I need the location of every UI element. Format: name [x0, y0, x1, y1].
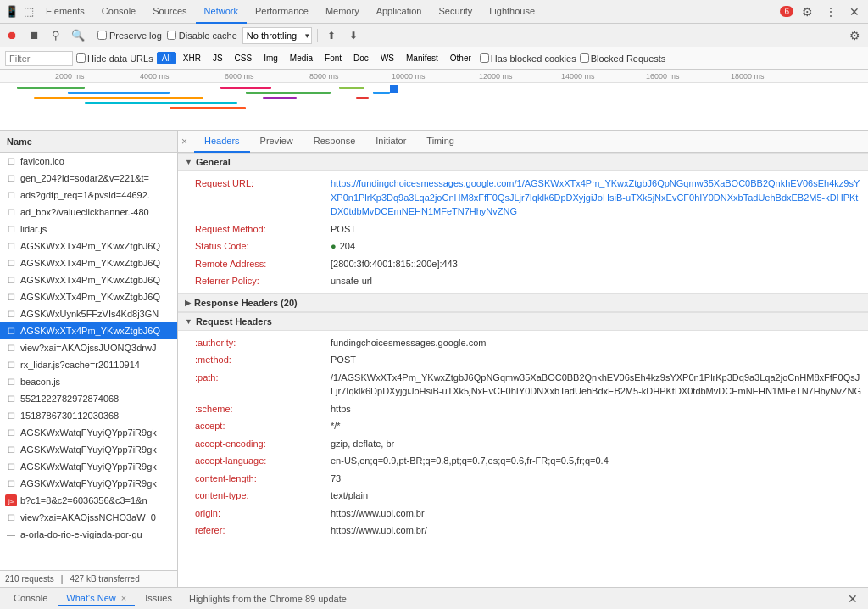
list-item[interactable]: — a-orla-do-rio-e-vigiada-por-gu — [0, 526, 177, 543]
disable-cache-label[interactable]: Disable cache — [167, 31, 237, 41]
whats-new-close-icon[interactable]: × — [121, 593, 126, 603]
file-icon: ☐ — [5, 325, 17, 337]
list-item[interactable]: ☐ 5521222782972874068 — [0, 390, 177, 407]
response-headers-expand-icon: ▶ — [185, 299, 191, 307]
bottom-tab-issues[interactable]: Issues — [136, 591, 181, 606]
list-item[interactable]: ☐ AGSKWxWatqFYuyiQYpp7iR9gk — [0, 458, 177, 475]
list-item[interactable]: ☐ view?xai=AKAOjssNCHO3aW_0 — [0, 509, 177, 526]
tab-security[interactable]: Security — [430, 0, 481, 24]
stop-icon[interactable]: ⏹ — [25, 27, 42, 44]
bottom-tab-whats-new[interactable]: What's New × — [58, 591, 135, 606]
list-status: 210 requests | 427 kB transferred — [0, 570, 177, 587]
filter-icon[interactable]: ⚲ — [47, 27, 64, 44]
network-settings-icon[interactable]: ⚙ — [844, 25, 865, 46]
list-item[interactable]: ☐ AGSKWxWatqFYuyiQYpp7iR9gk — [0, 424, 177, 441]
filter-img[interactable]: Img — [259, 52, 283, 64]
request-url-row: Request URL: https://fundingchoicesmessa… — [178, 175, 868, 221]
list-item[interactable]: ☐ ad_box?/valueclickbanner.-480 — [0, 204, 177, 221]
tab-preview[interactable]: Preview — [250, 131, 303, 153]
preserve-log-label[interactable]: Preserve log — [97, 31, 162, 41]
tab-timing[interactable]: Timing — [416, 131, 465, 153]
list-item[interactable]: ☐ AGSKWxWatqFYuyiQYpp7iR9gk — [0, 475, 177, 492]
list-item[interactable]: js b?c1=8&c2=6036356&c3=1&n — [0, 492, 177, 509]
tab-headers[interactable]: Headers — [194, 131, 250, 153]
general-section-header[interactable]: ▼ General — [178, 153, 868, 171]
response-headers-section-header[interactable]: ▶ Response Headers (20) — [178, 293, 868, 312]
list-item[interactable]: ☐ AGSKWxXTx4Pm_YKwxZtgbJ6Q — [0, 254, 177, 271]
file-icon: ☐ — [5, 291, 17, 303]
list-item[interactable]: ☐ AGSKWxXTx4Pm_YKwxZtgbJ6Q — [0, 237, 177, 254]
accept-language-row: accept-language: en-US,en;q=0.9,pt-BR;q=… — [178, 452, 868, 470]
inspect-icon[interactable]: ⬚ — [20, 3, 37, 20]
file-icon: ☐ — [5, 274, 17, 286]
list-item[interactable]: ☐ ads?gdfp_req=1&pvsid=44692. — [0, 187, 177, 204]
filter-media[interactable]: Media — [285, 52, 318, 64]
filter-doc[interactable]: Doc — [348, 52, 374, 64]
list-item[interactable]: ☐ AGSKWxXTx4Pm_YKwxZtgbJ6Q — [0, 271, 177, 288]
tab-memory[interactable]: Memory — [317, 0, 368, 24]
hide-data-urls-checkbox[interactable] — [76, 53, 86, 63]
filter-js[interactable]: JS — [208, 52, 228, 64]
top-tab-bar: 📱 ⬚ Elements Console Sources Network Per… — [0, 0, 868, 24]
record-icon[interactable]: ⏺ — [3, 27, 20, 44]
tick-12000: 12000 ms — [479, 72, 513, 81]
search-icon[interactable]: 🔍 — [70, 27, 86, 44]
settings-icon[interactable]: ⚙ — [797, 2, 817, 22]
hide-data-urls-label[interactable]: Hide data URLs — [76, 53, 153, 64]
blocked-req-label[interactable]: Blocked Requests — [580, 53, 666, 64]
download-icon[interactable]: ⬇ — [345, 27, 362, 44]
tab-application[interactable]: Application — [368, 0, 431, 24]
close-devtools-icon[interactable]: ✕ — [844, 2, 865, 22]
filter-input[interactable] — [5, 51, 73, 66]
detail-close-icon[interactable]: × — [181, 136, 187, 148]
filter-bar: Hide data URLs All XHR JS CSS Img Media … — [0, 47, 868, 70]
tab-network[interactable]: Network — [196, 0, 247, 24]
has-blocked-label[interactable]: Has blocked cookies — [480, 53, 576, 64]
more-icon[interactable]: ⋮ — [821, 2, 841, 22]
list-item[interactable]: ☐ beacon.js — [0, 373, 177, 390]
bottom-tab-console[interactable]: Console — [5, 591, 56, 606]
tab-lighthouse[interactable]: Lighthouse — [481, 0, 543, 24]
list-item[interactable]: ☐ rx_lidar.js?cache=r20110914 — [0, 356, 177, 373]
list-item[interactable]: ☐ gen_204?id=sodar2&v=221&t= — [0, 170, 177, 187]
file-icon: ☐ — [5, 427, 17, 439]
list-item[interactable]: ☐ view?xai=AKAOjssJUONQ3drwJ — [0, 339, 177, 356]
list-item[interactable]: ☐ AGSKWxWatqFYuyiQYpp7iR9gk — [0, 441, 177, 458]
referrer-policy-row: Referrer Policy: unsafe-url — [178, 272, 868, 290]
tab-elements[interactable]: Elements — [37, 0, 93, 24]
tab-performance[interactable]: Performance — [247, 0, 317, 24]
filter-css[interactable]: CSS — [230, 52, 258, 64]
upload-icon[interactable]: ⬆ — [323, 27, 340, 44]
filter-xhr[interactable]: XHR — [178, 52, 206, 64]
list-item-active[interactable]: ☐ AGSKWxXTx4Pm_YKwxZtgbJ6Q — [0, 322, 177, 339]
list-item[interactable]: ☐ lidar.js — [0, 221, 177, 237]
list-item[interactable]: ☐ 1518786730112030368 — [0, 407, 177, 424]
bottom-settings-icon[interactable]: ✕ — [843, 589, 863, 609]
filter-manifest[interactable]: Manifest — [401, 52, 443, 64]
preserve-log-checkbox[interactable] — [97, 31, 107, 40]
tab-initiator[interactable]: Initiator — [365, 131, 416, 153]
blocked-req-checkbox[interactable] — [580, 53, 589, 63]
timeline[interactable]: 2000 ms 4000 ms 6000 ms 8000 ms 10000 ms… — [0, 70, 868, 131]
list-item[interactable]: ☐ favicon.ico — [0, 153, 177, 170]
disable-cache-checkbox[interactable] — [167, 31, 176, 40]
device-icon[interactable]: 📱 — [3, 3, 20, 20]
file-icon: ☐ — [5, 223, 17, 235]
filter-font[interactable]: Font — [320, 52, 347, 64]
filter-other[interactable]: Other — [445, 52, 476, 64]
request-headers-section-header[interactable]: ▼ Request Headers — [178, 312, 868, 331]
list-item[interactable]: ☐ AGSKWxUynk5FFzVIs4Kd8j3GN — [0, 305, 177, 322]
tab-console[interactable]: Console — [93, 0, 144, 24]
throttle-wrap[interactable]: No throttling — [242, 27, 312, 44]
list-item[interactable]: ☐ AGSKWxXTx4Pm_YKwxZtgbJ6Q — [0, 288, 177, 305]
status-code-value: 204 — [340, 239, 355, 254]
content-type-row: content-type: text/plain — [178, 487, 868, 505]
filter-all[interactable]: All — [157, 52, 176, 64]
has-blocked-checkbox[interactable] — [480, 53, 489, 63]
throttle-select[interactable]: No throttling — [242, 27, 312, 44]
tab-sources[interactable]: Sources — [144, 0, 195, 24]
file-icon: ☐ — [5, 376, 17, 388]
separator2 — [317, 29, 318, 42]
tab-response[interactable]: Response — [303, 131, 366, 153]
filter-ws[interactable]: WS — [376, 52, 399, 64]
